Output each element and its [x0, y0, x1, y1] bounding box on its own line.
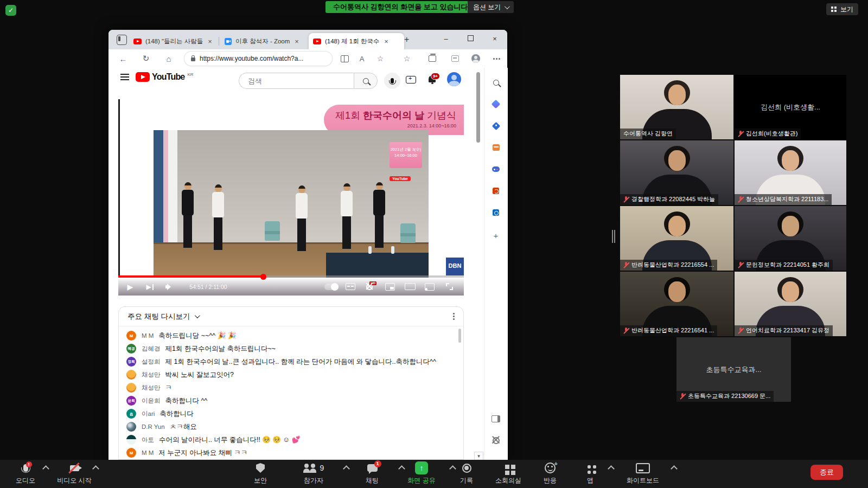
maximize-button[interactable] [461, 31, 480, 47]
start-video-button[interactable]: 비디오 시작 [54, 461, 95, 485]
sidebar-shopping-button[interactable] [491, 121, 501, 131]
search-box[interactable] [239, 73, 354, 89]
breakout-rooms-button[interactable]: 소회의실 [488, 461, 529, 485]
youtube-logo[interactable]: YouTube KR [136, 72, 194, 82]
sidebar-add-button[interactable]: + [491, 230, 501, 240]
add-favorite-button[interactable]: ☆ [372, 49, 388, 68]
tab-title: (148) "들리는 사람들 [145, 37, 203, 46]
video-player[interactable]: 제1회 한국수어의 날 기념식 2021.2.3. 14:00~16:00 [118, 99, 464, 296]
participant-tile[interactable]: 수어통역사 김항연 [620, 75, 733, 139]
theater-mode-button[interactable] [403, 278, 418, 296]
performer-1 [182, 182, 194, 248]
close-window-button[interactable]: × [486, 31, 504, 47]
profile-avatar [471, 54, 480, 63]
share-screen-icon: ↑ [415, 461, 428, 474]
chat-label: 채팅 [352, 476, 393, 485]
search-button[interactable] [354, 73, 378, 89]
sidebar-outlook-button[interactable] [491, 208, 501, 217]
profile-button[interactable] [468, 49, 484, 68]
mic-icon [391, 78, 394, 84]
hd-badge: HD [369, 281, 376, 285]
play-button[interactable]: ▶ [124, 278, 137, 296]
notifications-button[interactable]: 9+ [429, 75, 436, 82]
voice-search-button[interactable] [384, 73, 400, 89]
water-bottle [391, 246, 394, 254]
tab-divider [219, 37, 219, 46]
sidebar-settings-button[interactable] [491, 435, 501, 445]
collections-button[interactable] [424, 49, 441, 68]
chat-button[interactable]: 1 채팅 [352, 461, 393, 485]
participant-tile[interactable]: 초등특수교육과... 초등특수교육과 22130669 문... [676, 337, 791, 402]
participant-tile[interactable]: 청소년상담복지학과 2211183... [735, 140, 846, 205]
cast-button[interactable] [423, 278, 437, 296]
record-label: 기록 [446, 476, 487, 485]
share-screen-button[interactable]: ↑ 화면 공유 [401, 461, 442, 485]
browser-essentials-button[interactable] [447, 49, 463, 68]
miniplayer-button[interactable] [383, 278, 397, 296]
read-aloud-button[interactable]: A [354, 49, 370, 68]
view-options-button[interactable]: 옵션 보기 [468, 1, 514, 13]
back-button[interactable]: ← [115, 49, 131, 68]
avatar [126, 370, 136, 380]
participants-button[interactable]: 9 참가자 [293, 461, 334, 485]
panel-drag-handle[interactable] [612, 230, 613, 243]
browser-tab-2[interactable]: 이후 참석자 - Zoom × [220, 33, 316, 49]
browser-tab-3-active[interactable]: (148) 제 1회 한국수 × [309, 33, 404, 49]
security-label: 보안 [240, 476, 281, 485]
participant-tile[interactable]: 언어치료학과 22133417 김유정 [735, 272, 846, 336]
address-bar[interactable]: https://www.youtube.com/watch?a... [184, 52, 332, 66]
security-button[interactable]: 보안 [240, 461, 281, 485]
tab-close-button[interactable]: × [295, 37, 299, 46]
new-tab-button[interactable]: + [404, 35, 409, 44]
scroll-down-arrow[interactable]: ▾ [474, 452, 483, 460]
create-button[interactable] [406, 76, 416, 84]
settings-button[interactable]: HD [362, 278, 376, 296]
account-button[interactable] [447, 72, 461, 86]
minimize-button[interactable]: – [437, 31, 455, 47]
home-button[interactable]: ⌂ [161, 49, 177, 68]
grid-view-icon [831, 7, 837, 12]
fullscreen-button[interactable] [442, 278, 456, 296]
browser-tab-1[interactable]: (148) "들리는 사람들 × [129, 33, 226, 49]
captions-button[interactable] [343, 278, 358, 296]
sidebar-games-button[interactable] [491, 164, 501, 174]
browser-menu-button[interactable] [488, 49, 505, 68]
end-meeting-button[interactable]: 종료 [810, 465, 843, 480]
tab-close-button[interactable]: × [208, 37, 212, 46]
apps-button[interactable]: 앱 [570, 461, 611, 485]
reactions-button[interactable]: + 반응 [529, 461, 571, 485]
office-icon [493, 188, 499, 194]
view-button[interactable]: 보기 [826, 3, 858, 15]
next-button[interactable]: ▶ [142, 278, 155, 296]
youtube-menu-button[interactable] [120, 76, 129, 78]
tab-close-button[interactable]: × [384, 37, 388, 46]
audio-label: 오디오 [5, 476, 46, 485]
whiteboard-button[interactable]: 화이트보드 [620, 461, 666, 485]
volume-button[interactable] [163, 278, 176, 296]
audio-button[interactable]: ! 오디오 [5, 461, 46, 485]
autoplay-toggle[interactable] [323, 278, 340, 296]
favorites-bar-button[interactable]: ☆ [399, 49, 415, 68]
participant-tile[interactable]: 반려동물산업학과 22216541 ... [620, 272, 733, 336]
chat-author: 김혜경 [142, 345, 161, 353]
record-button[interactable]: 기록 [446, 461, 487, 485]
sidebar-office-button[interactable] [491, 186, 501, 196]
split-screen-button[interactable] [336, 49, 353, 68]
sidebar-tools-button[interactable] [491, 143, 501, 152]
sidebar-copilot-button[interactable] [491, 99, 501, 109]
sidebar-search-button[interactable] [491, 78, 501, 87]
refresh-button[interactable]: ↻ [138, 49, 154, 68]
chat-scrollbar[interactable] [458, 329, 461, 343]
page-scrollbar[interactable] [476, 72, 480, 143]
chat-menu-button[interactable] [453, 316, 455, 317]
search-input[interactable] [247, 76, 341, 86]
participants-chevron[interactable] [343, 465, 350, 472]
participant-tile[interactable]: 문헌정보학과 22214051 황주희 [735, 206, 846, 271]
whiteboard-chevron[interactable] [671, 465, 678, 472]
participant-tile[interactable]: 김선희 (비호생활... 김선희(비호생활관) [735, 75, 846, 139]
tab-actions-icon[interactable] [117, 35, 127, 45]
chat-replay-header[interactable]: 주요 채팅 다시보기 [119, 307, 463, 326]
participant-tile[interactable]: 반려동물산업학과 22216554 ... [620, 206, 733, 271]
sidebar-panel-button[interactable] [491, 414, 501, 423]
participant-tile[interactable]: 경찰행정학과 22082445 박하늘 [620, 140, 733, 205]
